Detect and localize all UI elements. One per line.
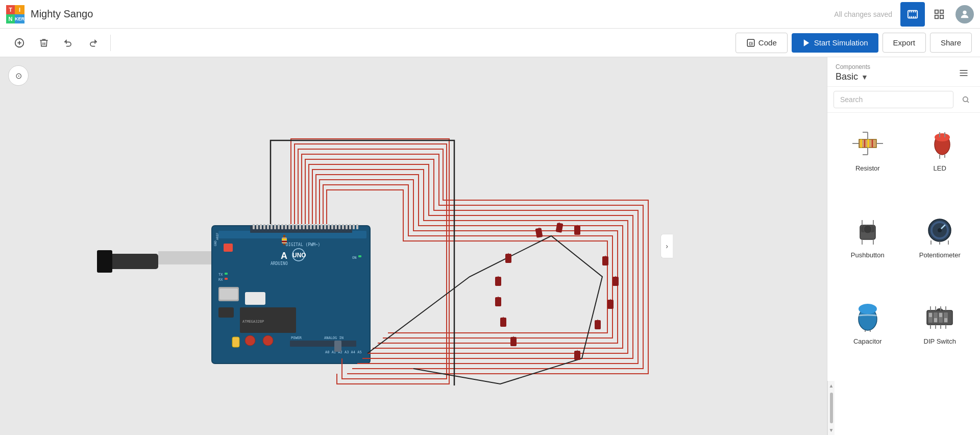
avatar[interactable] bbox=[955, 5, 974, 23]
circuit-diagram[interactable]: DIGITAL (PWM~) A UNO ARDUINO TX RX ON AT… bbox=[0, 57, 827, 435]
components-dropdown-arrow[interactable]: ▼ bbox=[861, 73, 868, 81]
svg-text:RX: RX bbox=[218, 278, 223, 282]
right-panel: Components Basic ▼ bbox=[827, 57, 980, 435]
svg-point-132 bbox=[935, 133, 950, 141]
svg-text:A0 A1 A2 A3 A4 A5: A0 A1 A2 A3 A4 A5 bbox=[325, 350, 362, 354]
component-led[interactable]: LED bbox=[906, 119, 974, 202]
resistor-visual bbox=[847, 126, 888, 161]
search-icon-btn[interactable] bbox=[958, 91, 974, 108]
svg-text:POWER: POWER bbox=[291, 336, 302, 340]
svg-rect-86 bbox=[356, 224, 358, 229]
components-grid: Resistor LED bbox=[827, 113, 980, 381]
logo-n: N bbox=[6, 14, 15, 23]
panel-collapse-btn[interactable]: › bbox=[660, 234, 673, 258]
svg-rect-58 bbox=[256, 224, 258, 229]
share-button[interactable]: Share bbox=[930, 33, 972, 53]
svg-rect-60 bbox=[263, 224, 265, 229]
list-view-btn[interactable] bbox=[955, 65, 972, 81]
svg-rect-62 bbox=[271, 224, 273, 229]
svg-rect-74 bbox=[313, 224, 315, 229]
component-resistor[interactable]: Resistor bbox=[834, 119, 902, 202]
svg-rect-79 bbox=[331, 224, 333, 229]
svg-point-46 bbox=[263, 335, 273, 346]
svg-rect-5 bbox=[910, 16, 911, 18]
svg-text:ANALOG IN: ANALOG IN bbox=[324, 336, 344, 340]
components-header: Components Basic ▼ bbox=[827, 57, 980, 87]
led-bottom-1 bbox=[574, 350, 580, 360]
potentiometer-visual bbox=[919, 212, 960, 248]
header-bar: T I N KER Mighty Sango All changes saved bbox=[0, 0, 980, 29]
redo-btn[interactable] bbox=[82, 32, 104, 54]
header-right-icons bbox=[900, 2, 974, 27]
scroll-right: ▲ ▼ bbox=[827, 381, 835, 435]
svg-rect-41 bbox=[219, 288, 238, 300]
component-pushbutton[interactable]: Pushbutton bbox=[834, 206, 902, 288]
svg-text:ATMEGA328P: ATMEGA328P bbox=[242, 320, 264, 324]
svg-rect-161 bbox=[929, 313, 932, 317]
svg-rect-47 bbox=[232, 337, 239, 347]
svg-rect-61 bbox=[267, 224, 269, 229]
svg-rect-55 bbox=[282, 239, 287, 240]
svg-rect-70 bbox=[299, 224, 301, 229]
logo-t: T bbox=[6, 5, 15, 14]
led-right-2 bbox=[612, 276, 619, 286]
simulate-button[interactable]: Start Simulation bbox=[792, 33, 878, 53]
svg-rect-35 bbox=[225, 278, 228, 280]
svg-text:A: A bbox=[281, 251, 287, 261]
film-icon-btn[interactable] bbox=[900, 2, 925, 27]
led-left-4 bbox=[500, 317, 506, 327]
undo-btn[interactable] bbox=[57, 32, 80, 54]
simulate-label: Start Simulation bbox=[814, 38, 868, 47]
code-button[interactable]: {}} Code bbox=[736, 33, 788, 53]
svg-rect-37 bbox=[358, 255, 361, 257]
svg-rect-50 bbox=[290, 341, 356, 347]
svg-rect-10 bbox=[940, 10, 943, 13]
components-label: Components bbox=[836, 63, 870, 70]
potentiometer-label: Potentiometer bbox=[919, 251, 961, 259]
svg-point-118 bbox=[963, 97, 968, 102]
svg-rect-38 bbox=[224, 244, 233, 252]
svg-rect-34 bbox=[225, 273, 228, 275]
component-capacitor[interactable]: Capacitor bbox=[834, 292, 902, 375]
svg-rect-71 bbox=[303, 224, 305, 229]
scroll-down-arrow[interactable]: ▼ bbox=[827, 425, 836, 435]
delete-btn[interactable] bbox=[33, 32, 55, 54]
export-button[interactable]: Export bbox=[883, 33, 926, 53]
svg-rect-162 bbox=[934, 318, 937, 322]
led-left-5 bbox=[510, 336, 517, 346]
svg-text:ON: ON bbox=[352, 256, 356, 260]
component-dipswitch[interactable]: DIP Switch bbox=[906, 292, 974, 375]
scroll-up-arrow[interactable]: ▲ bbox=[827, 381, 836, 391]
logo-ker: KER bbox=[15, 14, 24, 23]
grid-icon-btn[interactable] bbox=[927, 2, 951, 27]
svg-rect-56 bbox=[282, 241, 287, 242]
svg-rect-59 bbox=[260, 224, 262, 229]
svg-rect-77 bbox=[324, 224, 326, 229]
search-input[interactable] bbox=[834, 91, 953, 108]
toolbar-divider bbox=[110, 35, 111, 51]
svg-rect-76 bbox=[321, 224, 323, 229]
led-right-1 bbox=[602, 255, 608, 265]
svg-marker-19 bbox=[803, 39, 809, 46]
fit-view-btn[interactable] bbox=[8, 32, 31, 54]
led-left-1 bbox=[505, 253, 511, 263]
search-bar bbox=[827, 87, 980, 113]
svg-rect-2 bbox=[911, 10, 912, 12]
svg-rect-163 bbox=[939, 313, 942, 317]
tinkercad-logo[interactable]: T I N KER bbox=[6, 5, 24, 23]
svg-rect-57 bbox=[253, 224, 255, 229]
pushbutton-visual bbox=[847, 212, 888, 248]
svg-rect-85 bbox=[353, 224, 355, 229]
component-potentiometer[interactable]: Potentiometer bbox=[906, 206, 974, 288]
fit-zoom-btn[interactable]: ⊙ bbox=[8, 65, 29, 86]
canvas-area[interactable]: ⊙ DIGITAL (PWM~) A UNO ARDUINO TX RX bbox=[0, 57, 827, 435]
svg-rect-80 bbox=[335, 224, 337, 229]
scroll-thumb[interactable] bbox=[830, 393, 833, 423]
svg-rect-11 bbox=[935, 15, 938, 18]
svg-text:{}}: {}} bbox=[749, 41, 753, 45]
svg-point-45 bbox=[245, 335, 255, 346]
dipswitch-visual bbox=[919, 299, 960, 334]
components-type: Basic bbox=[836, 71, 858, 82]
svg-rect-22 bbox=[97, 250, 112, 273]
svg-rect-82 bbox=[342, 224, 344, 229]
